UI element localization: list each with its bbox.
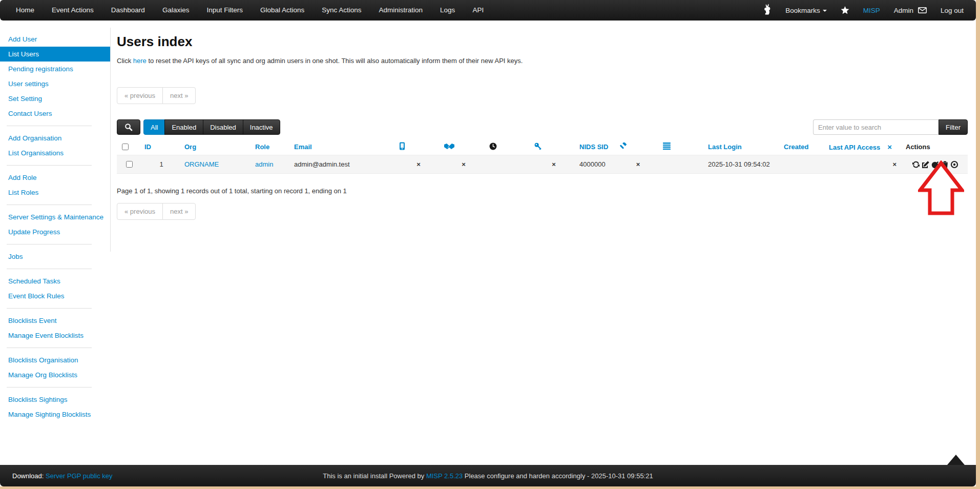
scroll-to-top-button[interactable] bbox=[947, 455, 965, 465]
clock-icon bbox=[489, 142, 497, 150]
sidebar-divider bbox=[7, 348, 92, 348]
tab-inactive[interactable]: Inactive bbox=[243, 119, 280, 135]
refresh-icon[interactable] bbox=[912, 160, 920, 169]
column-header-pgp[interactable] bbox=[531, 139, 576, 155]
nav-item-dashboard[interactable]: Dashboard bbox=[102, 0, 154, 21]
nav-item-sync-actions[interactable]: Sync Actions bbox=[313, 0, 370, 21]
sidebar-item-blocklists-organisation[interactable]: Blocklists Organisation bbox=[0, 353, 110, 368]
edit-icon[interactable] bbox=[922, 160, 930, 169]
previous-page-button-bottom[interactable]: « previous bbox=[117, 203, 163, 220]
cell-last-api-access: × bbox=[826, 155, 903, 174]
user-menu[interactable]: Admin bbox=[894, 7, 927, 14]
column-header-last-login[interactable]: Last Login bbox=[708, 143, 742, 151]
user-label: Admin bbox=[894, 7, 913, 14]
handshake-icon bbox=[444, 143, 454, 150]
column-header-role[interactable]: Role bbox=[255, 143, 269, 151]
nav-item-global-actions[interactable]: Global Actions bbox=[252, 0, 313, 21]
column-header-nids-sid[interactable]: NIDS SID bbox=[579, 143, 608, 151]
nav-item-event-actions[interactable]: Event Actions bbox=[43, 0, 102, 21]
mobile-icon bbox=[399, 142, 405, 150]
sidebar-item-jobs[interactable]: Jobs bbox=[0, 249, 110, 264]
pgp-key-link[interactable]: Server PGP public key bbox=[46, 472, 113, 480]
search-input[interactable] bbox=[813, 119, 939, 135]
download-label: Download: bbox=[12, 472, 44, 480]
trash-icon[interactable] bbox=[941, 160, 949, 169]
sidebar-item-add-organisation[interactable]: Add Organisation bbox=[0, 131, 110, 146]
misp-logo-icon[interactable] bbox=[761, 4, 772, 17]
cell-role-link[interactable]: admin bbox=[255, 160, 273, 168]
sidebar-item-scheduled-tasks[interactable]: Scheduled Tasks bbox=[0, 274, 110, 289]
misp-version-link[interactable]: MISP 2.5.23 bbox=[426, 472, 463, 480]
sidebar-item-set-setting[interactable]: Set Setting bbox=[0, 91, 110, 106]
desc-post: to reset the API keys of all sync and or… bbox=[147, 57, 523, 65]
search-button[interactable] bbox=[117, 119, 140, 135]
footer-download: Download: Server PGP public key bbox=[12, 472, 113, 480]
sidebar-item-blocklists-sightings[interactable]: Blocklists Sightings bbox=[0, 392, 110, 407]
column-header-created[interactable]: Created bbox=[784, 143, 808, 151]
column-header-id[interactable]: ID bbox=[144, 143, 151, 151]
nav-item-administration[interactable]: Administration bbox=[370, 0, 432, 21]
sidebar-item-server-settings-maintenance[interactable]: Server Settings & Maintenance bbox=[0, 210, 110, 225]
sidebar-item-manage-event-blocklists[interactable]: Manage Event Blocklists bbox=[0, 328, 110, 343]
news-icon bbox=[663, 142, 671, 150]
sidebar-item-add-user[interactable]: Add User bbox=[0, 32, 110, 47]
column-header-contact-alert[interactable] bbox=[441, 139, 486, 155]
reset-api-keys-link[interactable]: here bbox=[133, 57, 147, 65]
cell-org-link[interactable]: ORGNAME bbox=[184, 160, 219, 168]
sidebar-item-contact-users[interactable]: Contact Users bbox=[0, 106, 110, 121]
cell-news bbox=[660, 155, 705, 174]
select-all-checkbox[interactable] bbox=[122, 144, 129, 150]
star-icon[interactable] bbox=[841, 6, 849, 14]
brand-link[interactable]: MISP bbox=[863, 7, 880, 14]
column-header-news[interactable] bbox=[660, 139, 705, 155]
sidebar-item-blocklists-event[interactable]: Blocklists Event bbox=[0, 313, 110, 328]
cell-expiration bbox=[486, 155, 531, 174]
history-icon[interactable] bbox=[931, 160, 940, 169]
eye-icon[interactable] bbox=[950, 160, 958, 169]
filter-button[interactable]: Filter bbox=[939, 119, 968, 135]
status-tab-group: AllEnabledDisabledInactive bbox=[143, 119, 280, 135]
next-page-button-bottom[interactable]: next » bbox=[162, 203, 196, 220]
column-header-terms[interactable] bbox=[616, 139, 660, 155]
sidebar-item-list-users[interactable]: List Users bbox=[0, 47, 110, 62]
sidebar-item-add-role[interactable]: Add Role bbox=[0, 170, 110, 185]
pagination-top: « previous next » bbox=[117, 87, 196, 104]
column-header-last-api-access[interactable]: Last API Access bbox=[829, 144, 880, 151]
tab-disabled[interactable]: Disabled bbox=[203, 119, 243, 135]
sidebar-item-user-settings[interactable]: User settings bbox=[0, 76, 110, 91]
page-title: Users index bbox=[117, 34, 968, 50]
bookmarks-menu[interactable]: Bookmarks bbox=[785, 7, 827, 14]
sidebar-item-update-progress[interactable]: Update Progress bbox=[0, 225, 110, 239]
nav-item-api[interactable]: API bbox=[464, 0, 492, 21]
column-header-actions: Actions bbox=[903, 139, 968, 155]
tab-enabled[interactable]: Enabled bbox=[164, 119, 203, 135]
sidebar-divider bbox=[7, 269, 92, 269]
footer-status-text: This is an initial install Powered by MI… bbox=[323, 472, 653, 480]
table-header-row: ID Org Role Email bbox=[117, 139, 968, 155]
row-checkbox[interactable] bbox=[126, 161, 133, 168]
sidebar-divider bbox=[7, 244, 92, 244]
column-header-totp[interactable] bbox=[396, 139, 441, 155]
sidebar-item-manage-sighting-blocklists[interactable]: Manage Sighting Blocklists bbox=[0, 407, 110, 422]
footer-post: Please configure and harden accordingly … bbox=[463, 472, 653, 480]
envelope-icon[interactable] bbox=[918, 7, 927, 13]
column-header-email[interactable]: Email bbox=[294, 143, 312, 151]
sidebar-divider bbox=[7, 387, 92, 388]
search-icon bbox=[124, 123, 133, 131]
nav-item-input-filters[interactable]: Input Filters bbox=[198, 0, 252, 21]
tab-all[interactable]: All bbox=[143, 119, 165, 135]
column-header-org[interactable]: Org bbox=[184, 143, 196, 151]
remove-sort-icon[interactable]: × bbox=[887, 142, 892, 151]
sidebar-item-manage-org-blocklists[interactable]: Manage Org Blocklists bbox=[0, 368, 110, 382]
nav-item-galaxies[interactable]: Galaxies bbox=[154, 0, 198, 21]
logout-link[interactable]: Log out bbox=[941, 7, 964, 14]
nav-item-home[interactable]: Home bbox=[7, 0, 43, 21]
sidebar-item-list-organisations[interactable]: List Organisations bbox=[0, 146, 110, 160]
sidebar-item-event-block-rules[interactable]: Event Block Rules bbox=[0, 289, 110, 303]
next-page-button[interactable]: next » bbox=[162, 87, 196, 104]
column-header-expiration[interactable] bbox=[486, 139, 531, 155]
sidebar-item-list-roles[interactable]: List Roles bbox=[0, 185, 110, 200]
sidebar-item-pending-registrations[interactable]: Pending registrations bbox=[0, 62, 110, 76]
previous-page-button[interactable]: « previous bbox=[117, 87, 163, 104]
nav-item-logs[interactable]: Logs bbox=[431, 0, 464, 21]
